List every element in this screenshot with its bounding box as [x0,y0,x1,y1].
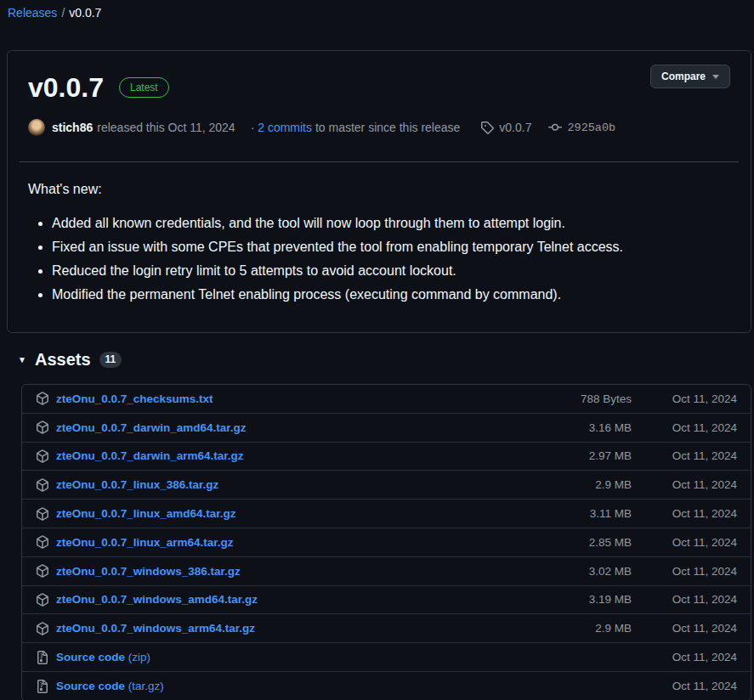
asset-size: 2.85 MB [530,536,632,549]
asset-row: zteOnu_0.0.7_linux_arm64.tar.gz 2.85 MB … [22,528,751,557]
divider [20,161,739,162]
assets-header[interactable]: ▼ Assets 11 [18,350,751,370]
asset-row: zteOnu_0.0.7_windows_arm64.tar.gz 2.9 MB… [22,614,751,643]
asset-row: zteOnu_0.0.7_linux_amd64.tar.gz 3.11 MB … [22,500,751,528]
release-header: v0.0.7 Latest Compare [28,65,730,104]
package-icon [36,507,49,521]
asset-row: zteOnu_0.0.7_windows_386.tar.gz 3.02 MB … [22,557,751,586]
asset-date: Oct 11, 2024 [632,536,737,549]
commits-rest: to master since this release [312,121,460,134]
release-note: Fixed an issue with some CPEs that preve… [52,237,730,257]
asset-link[interactable]: zteOnu_0.0.7_darwin_amd64.tar.gz [56,421,530,434]
asset-size: 3.16 MB [530,421,632,434]
commit-sha[interactable]: 2925a0b [567,121,615,134]
releases-link[interactable]: Releases [8,6,57,20]
asset-size: 788 Bytes [530,392,632,405]
asset-link[interactable]: zteOnu_0.0.7_checksums.txt [56,392,530,405]
asset-link[interactable]: zteOnu_0.0.7_windows_amd64.tar.gz [56,593,530,606]
compare-button[interactable]: Compare [650,65,730,88]
asset-row: zteOnu_0.0.7_darwin_amd64.tar.gz 3.16 MB… [22,414,751,443]
asset-row: Source code (tar.gz) Oct 11, 2024 [22,672,751,700]
package-icon [36,593,49,607]
release-body: What's new: Added all known credentials,… [28,179,730,305]
asset-link[interactable]: zteOnu_0.0.7_windows_arm64.tar.gz [56,622,530,635]
asset-date: Oct 11, 2024 [632,651,737,663]
asset-row: zteOnu_0.0.7_checksums.txt 788 Bytes Oct… [22,385,751,414]
chevron-down-icon [712,75,719,79]
breadcrumb-current: v0.0.7 [69,6,101,20]
release-note: Reduced the login retry limit to 5 attem… [52,261,730,281]
assets-count-badge: 11 [99,352,122,368]
asset-date: Oct 11, 2024 [632,680,737,692]
tag-name: v0.0.7 [499,121,531,134]
asset-link[interactable]: zteOnu_0.0.7_darwin_arm64.tar.gz [56,449,530,462]
asset-size: 3.02 MB [530,565,632,578]
asset-size: 2.9 MB [530,478,632,491]
assets-title: Assets [35,350,91,370]
breadcrumb-separator: / [61,6,65,20]
meta-dot: · [251,121,255,134]
asset-size: 3.19 MB [530,593,632,606]
latest-badge: Latest [119,77,169,98]
asset-row: Source code (zip) Oct 11, 2024 [22,643,751,672]
asset-link[interactable]: zteOnu_0.0.7_windows_386.tar.gz [56,565,530,578]
asset-date: Oct 11, 2024 [632,565,737,578]
asset-link[interactable]: zteOnu_0.0.7_linux_amd64.tar.gz [56,507,530,520]
compare-button-label: Compare [661,71,706,82]
release-title: v0.0.7 [28,71,104,104]
release-card: v0.0.7 Latest Compare stich86 released t… [7,50,751,333]
asset-date: Oct 11, 2024 [632,449,737,462]
commits-text: · 2 commits to master since this release [251,121,461,134]
commits-link[interactable]: 2 commits [258,121,312,134]
file-zip-icon [36,680,49,693]
git-commit-icon [548,121,562,134]
asset-link[interactable]: zteOnu_0.0.7_linux_386.tar.gz [56,478,530,491]
release-note: Modified the permanent Telnet enabling p… [52,285,730,305]
asset-date: Oct 11, 2024 [632,622,737,635]
package-icon [36,564,49,578]
asset-date: Oct 11, 2024 [632,421,737,434]
asset-row: zteOnu_0.0.7_darwin_arm64.tar.gz 2.97 MB… [22,443,751,471]
tag-icon [480,121,494,134]
package-icon [36,535,49,549]
asset-size: 2.9 MB [530,622,632,635]
avatar[interactable] [28,119,45,136]
asset-list: zteOnu_0.0.7_checksums.txt 788 Bytes Oct… [21,384,751,700]
asset-date: Oct 11, 2024 [632,593,737,606]
package-icon [36,449,49,463]
asset-size: 3.11 MB [530,507,632,520]
asset-link[interactable]: zteOnu_0.0.7_linux_arm64.tar.gz [56,536,530,549]
package-icon [36,622,49,635]
breadcrumb: Releases/v0.0.7 [8,6,754,20]
asset-link[interactable]: Source code (tar.gz) [56,680,530,692]
assets-section: ▼ Assets 11 zteOnu_0.0.7_checksums.txt 7… [21,350,751,700]
whats-new-list: Added all known credentials, and the too… [28,213,730,305]
asset-row: zteOnu_0.0.7_windows_amd64.tar.gz 3.19 M… [22,586,751,615]
package-icon [36,478,49,492]
release-note: Added all known credentials, and the too… [52,213,730,234]
asset-link[interactable]: Source code (zip) [56,651,530,663]
commit-group: 2925a0b [548,121,615,134]
asset-size: 2.97 MB [530,449,632,462]
asset-date: Oct 11, 2024 [632,478,737,491]
package-icon [36,392,49,405]
whats-new-heading: What's new: [28,179,730,200]
asset-date: Oct 11, 2024 [632,392,737,405]
package-icon [36,421,49,434]
file-zip-icon [36,651,49,664]
author-name[interactable]: stich86 [52,121,93,134]
asset-date: Oct 11, 2024 [632,507,737,520]
release-meta-row: stich86 released this Oct 11, 2024 · 2 c… [28,119,730,136]
released-text: released this Oct 11, 2024 [97,121,235,134]
collapse-triangle-icon[interactable]: ▼ [18,355,35,364]
release-title-wrap: v0.0.7 Latest [28,71,169,104]
asset-row: zteOnu_0.0.7_linux_386.tar.gz 2.9 MB Oct… [22,471,751,500]
tag-group: v0.0.7 [480,121,531,134]
